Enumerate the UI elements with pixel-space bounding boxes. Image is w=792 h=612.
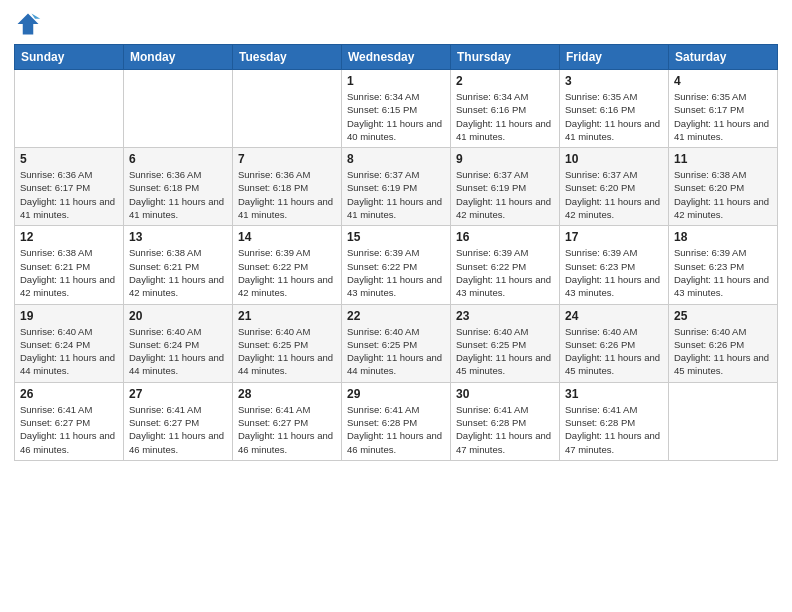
day-info: Sunrise: 6:39 AM Sunset: 6:22 PM Dayligh… (347, 246, 445, 299)
day-info: Sunrise: 6:37 AM Sunset: 6:19 PM Dayligh… (456, 168, 554, 221)
day-number: 28 (238, 387, 336, 401)
day-info: Sunrise: 6:34 AM Sunset: 6:16 PM Dayligh… (456, 90, 554, 143)
day-number: 3 (565, 74, 663, 88)
day-info: Sunrise: 6:40 AM Sunset: 6:25 PM Dayligh… (456, 325, 554, 378)
calendar-cell: 27Sunrise: 6:41 AM Sunset: 6:27 PM Dayli… (124, 382, 233, 460)
day-number: 19 (20, 309, 118, 323)
day-info: Sunrise: 6:36 AM Sunset: 6:17 PM Dayligh… (20, 168, 118, 221)
day-info: Sunrise: 6:39 AM Sunset: 6:23 PM Dayligh… (565, 246, 663, 299)
day-info: Sunrise: 6:40 AM Sunset: 6:24 PM Dayligh… (129, 325, 227, 378)
logo (14, 10, 46, 38)
calendar-cell: 11Sunrise: 6:38 AM Sunset: 6:20 PM Dayli… (669, 148, 778, 226)
day-info: Sunrise: 6:35 AM Sunset: 6:17 PM Dayligh… (674, 90, 772, 143)
page: SundayMondayTuesdayWednesdayThursdayFrid… (0, 0, 792, 612)
calendar-table: SundayMondayTuesdayWednesdayThursdayFrid… (14, 44, 778, 461)
calendar-cell (124, 70, 233, 148)
calendar-cell: 14Sunrise: 6:39 AM Sunset: 6:22 PM Dayli… (233, 226, 342, 304)
day-info: Sunrise: 6:40 AM Sunset: 6:25 PM Dayligh… (238, 325, 336, 378)
calendar-cell: 6Sunrise: 6:36 AM Sunset: 6:18 PM Daylig… (124, 148, 233, 226)
calendar-cell: 17Sunrise: 6:39 AM Sunset: 6:23 PM Dayli… (560, 226, 669, 304)
calendar-cell: 5Sunrise: 6:36 AM Sunset: 6:17 PM Daylig… (15, 148, 124, 226)
day-info: Sunrise: 6:40 AM Sunset: 6:26 PM Dayligh… (565, 325, 663, 378)
day-number: 17 (565, 230, 663, 244)
calendar-cell: 19Sunrise: 6:40 AM Sunset: 6:24 PM Dayli… (15, 304, 124, 382)
day-number: 10 (565, 152, 663, 166)
calendar-cell: 23Sunrise: 6:40 AM Sunset: 6:25 PM Dayli… (451, 304, 560, 382)
calendar-week-3: 12Sunrise: 6:38 AM Sunset: 6:21 PM Dayli… (15, 226, 778, 304)
day-number: 9 (456, 152, 554, 166)
day-number: 27 (129, 387, 227, 401)
day-info: Sunrise: 6:37 AM Sunset: 6:19 PM Dayligh… (347, 168, 445, 221)
day-info: Sunrise: 6:41 AM Sunset: 6:28 PM Dayligh… (456, 403, 554, 456)
day-info: Sunrise: 6:40 AM Sunset: 6:26 PM Dayligh… (674, 325, 772, 378)
day-number: 29 (347, 387, 445, 401)
day-of-week-saturday: Saturday (669, 45, 778, 70)
day-number: 31 (565, 387, 663, 401)
day-info: Sunrise: 6:35 AM Sunset: 6:16 PM Dayligh… (565, 90, 663, 143)
day-number: 18 (674, 230, 772, 244)
day-number: 15 (347, 230, 445, 244)
day-number: 24 (565, 309, 663, 323)
calendar-week-2: 5Sunrise: 6:36 AM Sunset: 6:17 PM Daylig… (15, 148, 778, 226)
calendar-cell (669, 382, 778, 460)
calendar-header-row: SundayMondayTuesdayWednesdayThursdayFrid… (15, 45, 778, 70)
calendar-week-5: 26Sunrise: 6:41 AM Sunset: 6:27 PM Dayli… (15, 382, 778, 460)
calendar-cell: 4Sunrise: 6:35 AM Sunset: 6:17 PM Daylig… (669, 70, 778, 148)
day-info: Sunrise: 6:39 AM Sunset: 6:22 PM Dayligh… (238, 246, 336, 299)
svg-marker-1 (32, 14, 41, 19)
calendar-cell: 28Sunrise: 6:41 AM Sunset: 6:27 PM Dayli… (233, 382, 342, 460)
day-info: Sunrise: 6:36 AM Sunset: 6:18 PM Dayligh… (129, 168, 227, 221)
calendar-cell: 25Sunrise: 6:40 AM Sunset: 6:26 PM Dayli… (669, 304, 778, 382)
day-of-week-friday: Friday (560, 45, 669, 70)
day-info: Sunrise: 6:34 AM Sunset: 6:15 PM Dayligh… (347, 90, 445, 143)
day-number: 25 (674, 309, 772, 323)
day-number: 14 (238, 230, 336, 244)
calendar-cell: 15Sunrise: 6:39 AM Sunset: 6:22 PM Dayli… (342, 226, 451, 304)
day-number: 1 (347, 74, 445, 88)
calendar-cell: 31Sunrise: 6:41 AM Sunset: 6:28 PM Dayli… (560, 382, 669, 460)
calendar-cell: 7Sunrise: 6:36 AM Sunset: 6:18 PM Daylig… (233, 148, 342, 226)
day-number: 7 (238, 152, 336, 166)
calendar-cell: 29Sunrise: 6:41 AM Sunset: 6:28 PM Dayli… (342, 382, 451, 460)
day-of-week-thursday: Thursday (451, 45, 560, 70)
day-info: Sunrise: 6:41 AM Sunset: 6:28 PM Dayligh… (565, 403, 663, 456)
day-number: 26 (20, 387, 118, 401)
day-number: 11 (674, 152, 772, 166)
day-number: 5 (20, 152, 118, 166)
calendar-cell: 10Sunrise: 6:37 AM Sunset: 6:20 PM Dayli… (560, 148, 669, 226)
calendar-cell (15, 70, 124, 148)
calendar-cell: 2Sunrise: 6:34 AM Sunset: 6:16 PM Daylig… (451, 70, 560, 148)
calendar-week-4: 19Sunrise: 6:40 AM Sunset: 6:24 PM Dayli… (15, 304, 778, 382)
calendar-cell: 21Sunrise: 6:40 AM Sunset: 6:25 PM Dayli… (233, 304, 342, 382)
calendar-cell: 30Sunrise: 6:41 AM Sunset: 6:28 PM Dayli… (451, 382, 560, 460)
day-info: Sunrise: 6:41 AM Sunset: 6:27 PM Dayligh… (238, 403, 336, 456)
calendar-cell: 3Sunrise: 6:35 AM Sunset: 6:16 PM Daylig… (560, 70, 669, 148)
calendar-cell: 1Sunrise: 6:34 AM Sunset: 6:15 PM Daylig… (342, 70, 451, 148)
day-info: Sunrise: 6:40 AM Sunset: 6:24 PM Dayligh… (20, 325, 118, 378)
calendar-cell: 13Sunrise: 6:38 AM Sunset: 6:21 PM Dayli… (124, 226, 233, 304)
day-number: 6 (129, 152, 227, 166)
day-info: Sunrise: 6:36 AM Sunset: 6:18 PM Dayligh… (238, 168, 336, 221)
calendar-cell (233, 70, 342, 148)
header (14, 10, 778, 38)
day-info: Sunrise: 6:38 AM Sunset: 6:21 PM Dayligh… (129, 246, 227, 299)
day-of-week-wednesday: Wednesday (342, 45, 451, 70)
day-of-week-sunday: Sunday (15, 45, 124, 70)
day-number: 8 (347, 152, 445, 166)
day-number: 21 (238, 309, 336, 323)
day-of-week-tuesday: Tuesday (233, 45, 342, 70)
calendar-cell: 8Sunrise: 6:37 AM Sunset: 6:19 PM Daylig… (342, 148, 451, 226)
day-number: 2 (456, 74, 554, 88)
calendar-cell: 12Sunrise: 6:38 AM Sunset: 6:21 PM Dayli… (15, 226, 124, 304)
day-number: 12 (20, 230, 118, 244)
day-of-week-monday: Monday (124, 45, 233, 70)
calendar-cell: 9Sunrise: 6:37 AM Sunset: 6:19 PM Daylig… (451, 148, 560, 226)
day-number: 20 (129, 309, 227, 323)
day-number: 4 (674, 74, 772, 88)
calendar-cell: 26Sunrise: 6:41 AM Sunset: 6:27 PM Dayli… (15, 382, 124, 460)
calendar-cell: 18Sunrise: 6:39 AM Sunset: 6:23 PM Dayli… (669, 226, 778, 304)
logo-icon (14, 10, 42, 38)
calendar-cell: 20Sunrise: 6:40 AM Sunset: 6:24 PM Dayli… (124, 304, 233, 382)
day-number: 16 (456, 230, 554, 244)
day-number: 30 (456, 387, 554, 401)
